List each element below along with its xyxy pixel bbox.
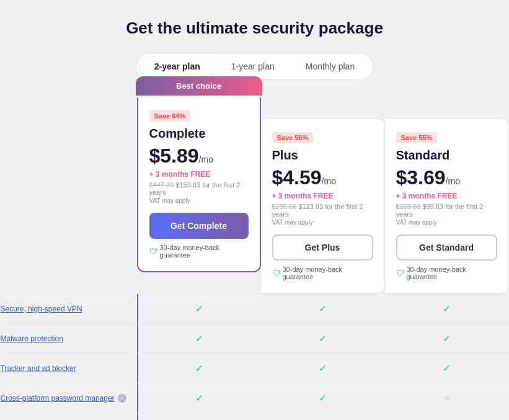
plan-name-complete: Complete <box>149 127 249 141</box>
shield-icon-standard: 🛡 <box>396 269 404 278</box>
tab-1year[interactable]: 1-year plan <box>216 56 290 76</box>
page-title: Get the ultimate security package <box>12 19 497 38</box>
get-plus-button[interactable]: Get Plus <box>272 235 373 261</box>
features-table: Secure, high-speed VPN ✓ ✓ ✓ Malware pro… <box>12 293 497 420</box>
money-back-standard: 🛡 30-day money-back guarantee <box>396 266 497 280</box>
feature-cell-complete-vpn: ✓ <box>137 294 261 323</box>
plan-name-standard: Standard <box>396 148 497 163</box>
tab-monthly[interactable]: Monthly plan <box>291 56 370 76</box>
free-months-standard: + 3 months FREE <box>396 192 497 200</box>
vat-plus: VAT may apply <box>272 219 373 226</box>
shield-icon-complete: 🛡 <box>149 247 157 256</box>
plan-price-plus: $4.59/mo <box>272 166 373 189</box>
feature-row-tracker: Tracker and ad blocker ✓ ✓ ✓ <box>1 353 509 383</box>
plan-price-standard: $3.69/mo <box>396 166 497 189</box>
feature-cell-standard-tracker: ✓ <box>385 354 509 383</box>
feature-cell-plus-vpn: ✓ <box>261 294 385 323</box>
feature-cell-plus-tracker: ✓ <box>261 354 385 383</box>
shield-icon-plus: 🛡 <box>272 269 280 278</box>
feature-label-malware[interactable]: Malware protection <box>1 326 137 352</box>
feature-cell-plus-breach: ✓ <box>261 413 385 420</box>
free-months-plus: + 3 months FREE <box>272 192 373 200</box>
check-plus-vpn: ✓ <box>319 303 327 314</box>
tab-2year[interactable]: 2-year plan <box>139 56 215 76</box>
original-price-standard: $223.83 $99.63 for the first 2 years <box>396 203 497 218</box>
feature-label-password[interactable]: Cross-platform password manager i <box>1 385 137 411</box>
feature-cell-complete-tracker: ✓ <box>137 354 261 383</box>
plan-name-plus: Plus <box>272 148 373 163</box>
money-back-complete: 🛡 30-day money-back guarantee <box>149 244 249 259</box>
save-badge-plus: Save 56% <box>272 132 314 143</box>
money-back-plus: 🛡 30-day money-back guarantee <box>272 266 373 280</box>
plan-card-complete: Save 64% Complete $5.89/mo + 3 months FR… <box>137 97 261 272</box>
info-icon-password[interactable]: i <box>118 394 126 403</box>
feature-cell-plus-malware: ✓ <box>261 324 385 353</box>
get-complete-button[interactable]: Get Complete <box>149 213 249 239</box>
feature-cell-standard-breach: ✕ <box>385 414 509 421</box>
save-badge-standard: Save 55% <box>396 132 438 143</box>
feature-label-vpn[interactable]: Secure, high-speed VPN <box>1 296 137 322</box>
feature-cell-standard-malware: ✓ <box>385 324 509 353</box>
feature-row-breach: Data Breach Scanner i ✓ ✓ ✕ <box>1 413 509 420</box>
feature-cell-complete-malware: ✓ <box>137 324 261 353</box>
feature-row-password: Cross-platform password manager i ✓ ✓ ✕ <box>1 383 509 413</box>
free-months-complete: + 3 months FREE <box>149 170 249 179</box>
original-price-plus: $295.66 $123.93 for the first 2 years <box>272 203 373 218</box>
feature-cell-standard-vpn: ✓ <box>385 294 509 323</box>
feature-cell-complete-password: ✓ <box>137 383 261 413</box>
feature-label-tracker[interactable]: Tracker and ad blocker <box>1 355 137 382</box>
vat-complete: VAT may apply <box>149 197 249 204</box>
check-standard-vpn: ✓ <box>443 303 451 314</box>
page-wrapper: Get the ultimate security package 2-year… <box>12 19 497 420</box>
vat-standard: VAT may apply <box>396 219 497 226</box>
feature-label-breach[interactable]: Data Breach Scanner i <box>1 415 137 421</box>
get-standard-button[interactable]: Get Standard <box>396 235 497 261</box>
feature-row-malware: Malware protection ✓ ✓ ✓ <box>1 323 509 353</box>
feature-cell-plus-password: ✓ <box>261 383 385 413</box>
feature-cell-complete-breach: ✓ <box>137 413 261 420</box>
plan-price-complete: $5.89/mo <box>149 145 249 168</box>
save-badge-complete: Save 64% <box>149 110 191 122</box>
feature-row-vpn: Secure, high-speed VPN ✓ ✓ ✓ <box>1 293 509 323</box>
feature-cell-standard-password: ✕ <box>385 384 509 413</box>
best-choice-banner: Best choice <box>136 76 262 96</box>
check-complete-vpn: ✓ <box>195 303 203 314</box>
original-price-complete: $447.39 $159.03 for the first 2 years <box>149 181 249 196</box>
plan-card-plus: Save 56% Plus $4.59/mo + 3 months FREE $… <box>261 118 385 293</box>
plan-card-standard: Save 55% Standard $3.69/mo + 3 months FR… <box>385 118 509 293</box>
